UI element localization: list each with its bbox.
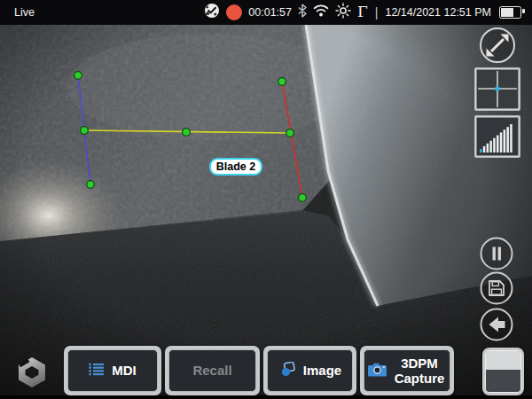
- battery-icon: [499, 6, 521, 19]
- datetime-label: 12/14/2021 12:51 PM: [385, 6, 491, 19]
- pause-button[interactable]: [480, 237, 513, 274]
- image-stack-icon: [278, 362, 296, 379]
- save-button[interactable]: [480, 271, 513, 309]
- brightness-icon: [335, 3, 351, 22]
- softkey-row: MDI Recall Image: [64, 346, 454, 395]
- mdi-button[interactable]: MDI: [64, 346, 161, 395]
- mdi-list-icon: [89, 363, 105, 379]
- 3dpm-capture-button[interactable]: 3DPM Capture: [360, 346, 454, 395]
- recall-button[interactable]: Recall: [165, 346, 260, 395]
- live-indicator-label: Live: [14, 6, 35, 19]
- 3dpm-capture-button-label: 3DPM Capture: [393, 356, 446, 387]
- status-bar: Live 00:01:57: [0, 0, 532, 25]
- gamma-symbol: Γ: [357, 4, 368, 20]
- wifi-icon: [313, 4, 329, 20]
- record-timer: 00:01:57: [248, 6, 292, 19]
- mdi-button-label: MDI: [112, 363, 137, 378]
- status-bar-right: 00:01:57: [204, 3, 525, 22]
- screen-toggle-bottom: [486, 370, 520, 392]
- gain-histogram-button[interactable]: [474, 115, 520, 161]
- measurement-label[interactable]: Blade 2: [209, 158, 262, 176]
- bluetooth-icon: [298, 4, 307, 21]
- live-video-viewport: [0, 25, 532, 395]
- white-balance-check-icon: [204, 3, 220, 22]
- camera-icon: [368, 361, 387, 379]
- image-button-label: Image: [303, 363, 341, 378]
- back-button[interactable]: [480, 308, 513, 345]
- waygate-logo: [14, 356, 50, 393]
- status-divider: |: [375, 5, 379, 20]
- crosshair-window-button[interactable]: [474, 67, 520, 114]
- turbine-blade-image: [0, 25, 532, 395]
- image-button[interactable]: Image: [263, 346, 356, 395]
- expand-view-button[interactable]: [479, 27, 516, 67]
- bottom-bar: MDI Recall Image: [0, 345, 532, 396]
- screen-toggle-button[interactable]: [482, 348, 524, 395]
- borescope-screen: Live 00:01:57: [0, 0, 532, 399]
- screen-toggle-top: [486, 351, 520, 370]
- recall-button-label: Recall: [192, 363, 231, 378]
- record-dot-icon: [226, 4, 242, 20]
